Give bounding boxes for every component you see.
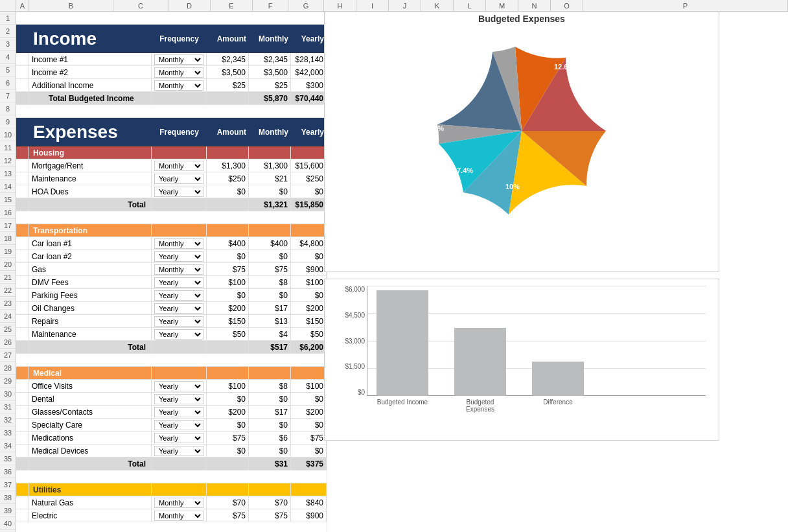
medical-row-5: Medications MonthlyYearly $75 $6 $75 (16, 432, 327, 445)
medical-row-3: Glasses/Contacts MonthlyYearly $200 $17 … (16, 406, 327, 419)
income2-yearly: $42,000 (291, 66, 327, 78)
trans-row-2: Car loan #2 MonthlyYearly $0 $0 $0 (16, 250, 327, 263)
pie-label-8: 7.4% (457, 167, 473, 174)
income-yearly-header: Yearly (291, 34, 327, 43)
trans-total-row: Total $517 $6,200 (16, 341, 327, 354)
trans-row-6: Oil Changes MonthlyYearly $200 $17 $200 (16, 302, 327, 315)
spreadsheet-body: 1234567891011121314151617181920212223242… (0, 12, 788, 532)
row-14 (16, 211, 327, 224)
y-label-4500: $4,500 (338, 312, 365, 319)
row-numbers: 1234567891011121314151617181920212223242… (0, 12, 16, 532)
income3-label: Additional Income (29, 79, 152, 91)
col-P: P (583, 0, 788, 11)
col-G: G (288, 0, 324, 11)
income-total-monthly: $5,870 (249, 92, 291, 104)
pie-label-6: 3.3% (423, 98, 439, 106)
income3-freq-select[interactable]: MonthlyYearly (154, 80, 203, 91)
medical-category-row: Medical (16, 367, 327, 380)
pie-label-1: 32.2% (574, 89, 594, 97)
medical-row-6: Medical Devices MonthlyYearly $0 $0 $0 (16, 445, 327, 457)
right-panel: Budgeted Expenses (324, 12, 745, 441)
col-E: E (211, 0, 253, 11)
bar-chart-container: $6,000 $4,500 $3,000 $1,500 $0 (324, 279, 719, 441)
income1-yearly: $28,140 (291, 53, 327, 65)
income2-amount: $3,500 (207, 66, 249, 78)
spreadsheet: A B C D E F G H I J K L M N O P 12345678… (0, 0, 788, 532)
medical-row-1: Office Visits MonthlyYearly $100 $8 $100 (16, 380, 327, 393)
income-monthly-header: Monthly (249, 34, 291, 43)
y-label-3000: $3,000 (338, 338, 365, 345)
income3-monthly: $25 (249, 79, 291, 91)
mortgage-label: Mortgage/Rent (29, 159, 152, 172)
pie-label-2: 12.6% (554, 63, 574, 71)
income-row-2: Income #2 MonthlyYearly $3,500 $3,500 $4… (16, 66, 327, 79)
housing-category-row: Housing (16, 146, 327, 159)
column-headers: A B C D E F G H I J K L M N O P (0, 0, 788, 12)
col-B: B (29, 0, 113, 11)
income-row-3: Additional Income MonthlyYearly $25 $25 … (16, 79, 327, 92)
pie-chart-title: Budgeted Expenses (331, 14, 712, 24)
col-F: F (253, 0, 288, 11)
col-L: L (454, 0, 486, 11)
bar-group-income (377, 290, 428, 396)
income1-label: Income #1 (29, 53, 152, 65)
pie-label-7: 8.5% (428, 124, 444, 132)
income-total-yearly: $70,440 (291, 92, 327, 104)
bar-group-expenses (454, 328, 506, 396)
bar-expenses (454, 328, 506, 396)
col-O: O (551, 0, 583, 11)
bar-difference (532, 362, 584, 396)
housing-row-1: Mortgage/Rent MonthlyYearly $1,300 $1,30… (16, 159, 327, 172)
pie-chart-area: 32.2% 12.6% 12.2% 3.3% 8.5% 7.4% 10% (331, 30, 712, 231)
col-J: J (389, 0, 421, 11)
bar-label-income: Budgeted Income (377, 399, 428, 413)
income1-freq-select[interactable]: MonthlyYearly (154, 54, 203, 65)
housing-row-3: HOA Dues MonthlyYearly $0 $0 $0 (16, 185, 327, 198)
income2-label: Income #2 (29, 66, 152, 78)
y-label-6000: $6,000 (338, 286, 365, 293)
expenses-title: Expenses (33, 122, 118, 142)
y-label-0: $0 (338, 389, 365, 396)
col-A: A (16, 0, 29, 11)
maintenance-label: Maintenance (29, 172, 152, 185)
income1-monthly: $2,345 (249, 53, 291, 65)
medical-row-2: Dental MonthlyYearly $0 $0 $0 (16, 393, 327, 406)
trans-row-8: Maintenance MonthlyYearly $50 $4 $50 (16, 328, 327, 341)
income-total-label: Total Budgeted Income (29, 92, 152, 104)
income2-freq[interactable]: MonthlyYearly (152, 66, 207, 78)
trans-row-3: Gas MonthlyYearly $75 $75 $900 (16, 263, 327, 276)
expenses-yearly-header: Yearly (291, 128, 327, 137)
income-header-row: Income Frequency Amount Monthly Yearly (16, 25, 327, 53)
col-D: D (168, 0, 211, 11)
utilities-row-2: Electric MonthlyYearly $75 $75 $900 (16, 509, 327, 522)
bar-group-difference (532, 362, 584, 396)
income3-yearly: $300 (291, 79, 327, 91)
row-1 (16, 12, 327, 25)
income3-amount: $25 (207, 79, 249, 91)
pie-label-4: 12.2% (450, 56, 470, 64)
housing-total-row: Total $1,321 $15,850 (16, 198, 327, 211)
trans-row-1: Car loan #1 MonthlyYearly $400 $400 $4,8… (16, 237, 327, 250)
trans-row-4: DMV Fees MonthlyYearly $100 $8 $100 (16, 276, 327, 289)
income-total-row: Total Budgeted Income $5,870 $70,440 (16, 92, 327, 105)
income1-amount: $2,345 (207, 53, 249, 65)
bar-label-difference: Difference (532, 399, 584, 413)
y-label-1500: $1,500 (338, 363, 365, 370)
income3-freq[interactable]: MonthlyYearly (152, 79, 207, 91)
income1-freq[interactable]: MonthlyYearly (152, 53, 207, 65)
utilities-row-1: Natural Gas MonthlyYearly $70 $70 $840 (16, 496, 327, 509)
income-title: Income (33, 29, 97, 49)
medical-row-4: Specialty Care MonthlyYearly $0 $0 $0 (16, 419, 327, 432)
mortgage-freq[interactable]: MonthlyYearly (152, 159, 207, 172)
col-I: I (356, 0, 389, 11)
trans-row-7: Repairs MonthlyYearly $150 $13 $150 (16, 315, 327, 328)
pie-chart-svg: 32.2% 12.6% 12.2% 3.3% 8.5% 7.4% 10% (411, 30, 632, 231)
expenses-header-row: Expenses Frequency Amount Monthly Yearly (16, 118, 327, 146)
income2-freq-select[interactable]: MonthlyYearly (154, 67, 203, 78)
row-24 (16, 354, 327, 367)
income-freq-header: Frequency (152, 34, 207, 43)
housing-label: Housing (29, 146, 152, 159)
expenses-amount-header: Amount (207, 128, 249, 137)
row-7 (16, 105, 327, 118)
housing-row-2: Maintenance MonthlyYearly $250 $21 $250 (16, 172, 327, 185)
